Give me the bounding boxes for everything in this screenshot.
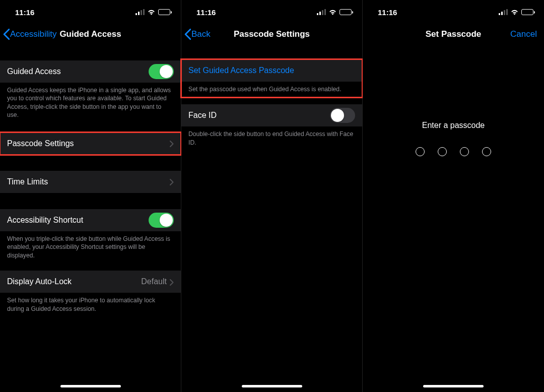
back-label: Back <box>191 29 211 39</box>
passcode-dots <box>363 147 544 156</box>
row-time-limits[interactable]: Time Limits <box>0 171 181 193</box>
status-time: 11:16 <box>378 8 397 17</box>
cell-signal-icon <box>317 9 326 15</box>
screen-guided-access: 11:16 Accessibility <box>0 0 181 392</box>
toggle-switch[interactable] <box>149 213 174 228</box>
row-face-id-toggle[interactable]: Face ID <box>181 104 362 126</box>
nav-bar: Accessibility Guided Access <box>0 23 181 45</box>
wifi-icon <box>510 9 519 15</box>
cell-signal-icon <box>135 9 145 15</box>
row-label: Face ID <box>188 111 330 120</box>
cell-signal-icon <box>499 9 508 15</box>
status-bar: 11:16 <box>181 0 362 20</box>
row-label: Guided Access <box>7 67 149 76</box>
back-label: Accessibility <box>10 29 57 39</box>
battery-icon <box>339 9 353 15</box>
toggle-switch[interactable] <box>149 64 174 79</box>
home-indicator[interactable] <box>242 385 302 387</box>
passcode-dot <box>416 147 425 156</box>
status-bar: 11:16 <box>363 0 544 20</box>
passcode-prompt: Enter a passcode <box>363 121 544 130</box>
row-label: Time Limits <box>7 177 170 186</box>
screen-passcode-settings: 11:16 Back Passcode <box>181 0 363 392</box>
back-button[interactable]: Back <box>184 23 211 45</box>
row-label: Accessibility Shortcut <box>7 216 149 225</box>
row-display-auto-lock[interactable]: Display Auto-Lock Default <box>0 271 181 293</box>
wifi-icon <box>147 9 156 15</box>
wifi-icon <box>328 9 337 15</box>
row-value: Default <box>141 277 167 286</box>
chevron-right-icon <box>170 178 174 185</box>
status-bar: 11:16 <box>0 0 181 20</box>
footer-text: Guided Access keeps the iPhone in a sing… <box>0 83 181 119</box>
row-guided-access-toggle[interactable]: Guided Access <box>0 60 181 83</box>
home-indicator[interactable] <box>423 385 484 387</box>
row-label: Display Auto-Lock <box>7 277 141 286</box>
battery-icon <box>158 9 172 15</box>
row-set-guided-access-passcode[interactable]: Set Guided Access Passcode <box>181 59 362 82</box>
passcode-dot <box>460 147 469 156</box>
footer-text: Set how long it takes your iPhone to aut… <box>0 293 181 313</box>
passcode-dot <box>482 147 491 156</box>
row-label: Set Guided Access Passcode <box>188 66 355 75</box>
chevron-left-icon <box>3 29 10 40</box>
row-accessibility-shortcut[interactable]: Accessibility Shortcut <box>0 209 181 231</box>
nav-bar: Back Passcode Settings <box>181 23 362 45</box>
nav-bar: Set Passcode Cancel <box>363 23 544 45</box>
chevron-left-icon <box>184 29 191 40</box>
highlight-set-passcode: Set Guided Access Passcode Set the passc… <box>181 59 362 97</box>
footer-text: When you triple-click the side button wh… <box>0 231 181 259</box>
cancel-label: Cancel <box>510 29 537 39</box>
chevron-right-icon <box>170 140 174 147</box>
screen-set-passcode: 11:16 Set Passcode Cancel Enter <box>363 0 544 392</box>
nav-title: Guided Access <box>59 29 121 39</box>
toggle-switch[interactable] <box>330 108 355 123</box>
status-time: 11:16 <box>196 8 216 17</box>
nav-title: Set Passcode <box>426 29 482 39</box>
battery-icon <box>521 9 535 15</box>
cancel-button[interactable]: Cancel <box>510 23 537 45</box>
passcode-dot <box>438 147 447 156</box>
footer-text: Set the passcode used when Guided Access… <box>181 82 362 97</box>
nav-title: Passcode Settings <box>234 29 310 39</box>
row-passcode-settings[interactable]: Passcode Settings <box>0 133 181 155</box>
home-indicator[interactable] <box>60 385 121 387</box>
status-time: 11:16 <box>15 8 34 17</box>
footer-text: Double-click the side button to end Guid… <box>181 126 362 147</box>
row-label: Passcode Settings <box>7 139 170 148</box>
back-button[interactable]: Accessibility <box>3 23 57 45</box>
chevron-right-icon <box>170 279 174 285</box>
